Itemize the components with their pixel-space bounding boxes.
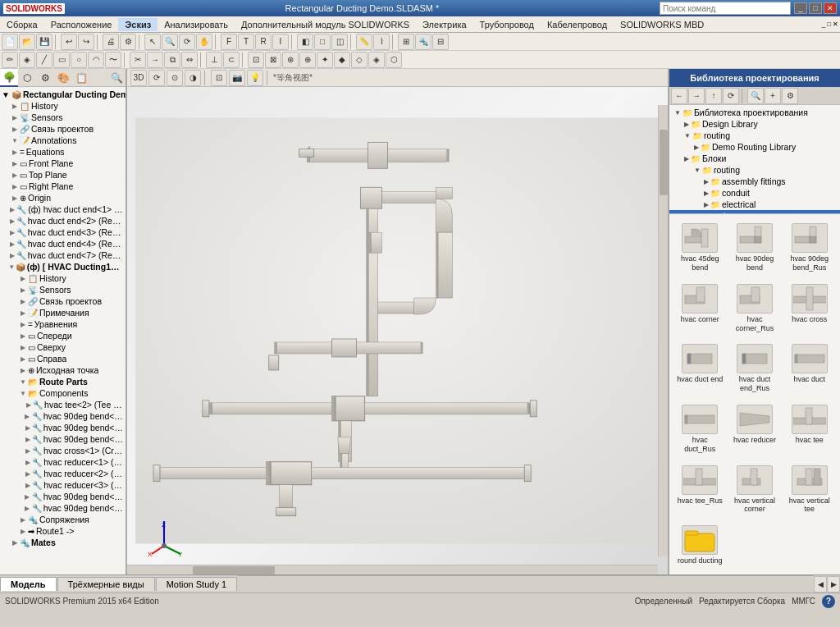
shaded-button[interactable]: ◧	[297, 34, 313, 50]
vertical-scrollbar[interactable]	[658, 105, 668, 556]
tree-item[interactable]: ▶🔗Связь проектов	[0, 295, 126, 307]
tree-item[interactable]: ▶📋History	[0, 100, 126, 112]
tree-item[interactable]: ▶=Уравнения	[0, 318, 126, 330]
tree-item[interactable]: ▶🔧(ф) hvac duct end<1> (Rectan	[0, 204, 126, 215]
view-top[interactable]: T	[238, 34, 254, 50]
tree-item[interactable]: ▶🔧hvac 90deg bend<2> (V	[0, 422, 126, 433]
circle-btn[interactable]: ○	[71, 52, 87, 68]
lib-search-btn[interactable]: 🔍	[747, 88, 764, 104]
tree-item[interactable]: ▶🔗Связь проектов	[0, 123, 126, 135]
tree-item[interactable]: ▶▭Спереди	[0, 330, 126, 341]
part-item[interactable]: hvac vertical corner	[729, 461, 781, 519]
feature-tree-tab[interactable]: 🌳	[0, 69, 18, 87]
tree-item[interactable]: ▶📡Sensors	[0, 112, 126, 123]
panel-min-button[interactable]: _	[822, 21, 825, 28]
part-item[interactable]: hvac vertical tee	[783, 461, 835, 519]
tree-item[interactable]: ▶🔧hvac duct end<4> (Rectangular	[0, 238, 126, 249]
t2[interactable]: ⊠	[265, 52, 281, 68]
tree-item[interactable]: ▶🔩Mates	[0, 537, 126, 548]
t1[interactable]: ⊡	[248, 52, 264, 68]
tree-item[interactable]: ▶🔧hvac reducer<2> (Redu	[0, 468, 126, 479]
part-item[interactable]: hvac cross	[783, 280, 835, 337]
appearance-tab[interactable]: 🎨	[54, 69, 72, 87]
tree-item[interactable]: ▶=Equations	[0, 146, 126, 158]
menu-eskiz[interactable]: Эскиз	[118, 18, 158, 31]
smart-dim[interactable]: ◈	[19, 52, 35, 68]
new-button[interactable]: 📄	[2, 34, 18, 50]
rtree-item[interactable]: ▶📁Блоки	[669, 153, 840, 164]
tree-item[interactable]: ▶🔧hvac reducer<3> (Redu	[0, 479, 126, 491]
t7[interactable]: ◇	[351, 52, 368, 68]
sketch-btn[interactable]: ✏	[2, 52, 18, 68]
part-item[interactable]: hvac duct	[783, 340, 835, 397]
tree-item[interactable]: ▶▭Top Plane	[0, 169, 126, 181]
options-button[interactable]: ⚙	[120, 34, 136, 50]
tree-item[interactable]: ▶⊕Исходная точка	[0, 364, 126, 376]
lib-up-btn[interactable]: ↑	[705, 88, 722, 104]
rtree-item[interactable]: ▶📁conduit	[669, 187, 840, 199]
tree-item[interactable]: ▼📂Route Parts	[0, 376, 126, 387]
save-button[interactable]: 💾	[36, 34, 52, 50]
part-item[interactable]: round ducting	[674, 521, 726, 570]
tree-item[interactable]: ▼📦(ф) [ HVAC Ducting1^Rectangu	[0, 261, 126, 272]
t8[interactable]: ◈	[368, 52, 385, 68]
lib-back-btn[interactable]: ←	[671, 88, 687, 104]
lib-options-btn[interactable]: ⚙	[782, 88, 798, 104]
part-item[interactable]: hvac 45deg bend	[674, 219, 726, 277]
tree-item[interactable]: ▶📝Примечания	[0, 307, 126, 318]
view-section-btn[interactable]: ⊡	[211, 70, 227, 86]
custom-tab[interactable]: 📋	[72, 69, 90, 87]
part-item[interactable]: hvac duct end	[674, 340, 726, 397]
tree-item[interactable]: ▶📡Sensors	[0, 284, 126, 295]
menu-raspolozhenie[interactable]: Расположение	[44, 18, 119, 31]
view-iso[interactable]: I	[272, 34, 289, 50]
view-3d-btn[interactable]: 3D	[130, 70, 147, 86]
print-button[interactable]: 🖨	[103, 34, 119, 50]
rotate-button[interactable]: ⟳	[179, 34, 195, 50]
help-icon[interactable]: ?	[822, 595, 835, 608]
part-item[interactable]: hvac duct_Rus	[674, 400, 726, 458]
t5[interactable]: ✦	[317, 52, 333, 68]
rtree-item[interactable]: ▶📁Design Library	[669, 118, 840, 130]
tree-item[interactable]: ▶🔧hvac 90deg bend<4> (H	[0, 491, 126, 502]
tree-item[interactable]: ▶⊕Origin	[0, 192, 126, 204]
view-rotate-btn[interactable]: ⟳	[148, 70, 165, 86]
rtree-item[interactable]: ▶📁electrical	[669, 199, 840, 210]
tab-model[interactable]: Модель	[0, 577, 57, 591]
redo-button[interactable]: ↪	[78, 34, 94, 50]
tree-item[interactable]: ▼📝Annotations	[0, 135, 126, 146]
mate-button[interactable]: 🔩	[415, 34, 431, 50]
viewport[interactable]: 3D ⟳ ⊙ ◑ ⊡ 📷 💡 *等角视图*	[127, 69, 668, 574]
tree-item[interactable]: ▶▭Сверху	[0, 341, 126, 353]
lib-add-btn[interactable]: +	[765, 88, 781, 104]
tree-item[interactable]: ▶🔧hvac 90deg bend<1> (H	[0, 410, 126, 422]
command-search-input[interactable]	[660, 2, 791, 15]
rtree-item[interactable]: ▶📁assembly fittings	[669, 176, 840, 187]
pattern-button[interactable]: ⊟	[432, 34, 449, 50]
part-item[interactable]: hvac duct end_Rus	[729, 340, 781, 397]
view-shade-btn[interactable]: ◑	[185, 70, 201, 86]
panel-restore-button[interactable]: □	[827, 21, 831, 28]
part-item[interactable]: hvac corner	[674, 280, 726, 337]
menu-truboprovod[interactable]: Трубопровод	[473, 18, 541, 31]
tree-item[interactable]: ▶▭Right Plane	[0, 181, 126, 192]
tree-item[interactable]: ▶🔧hvac tee<2> (Tee 1.5 x	[0, 399, 126, 410]
menu-sborka[interactable]: Сборка	[0, 18, 44, 31]
offset-btn[interactable]: ⧉	[164, 52, 180, 68]
part-item[interactable]: hvac reducer	[729, 400, 781, 458]
property-tab[interactable]: ⬡	[18, 69, 36, 87]
menu-electrika[interactable]: Электрика	[416, 18, 473, 31]
view-right[interactable]: R	[255, 34, 272, 50]
tree-item[interactable]: ▶▭Справа	[0, 353, 126, 364]
view-camera-btn[interactable]: 📷	[229, 70, 245, 86]
tree-item[interactable]: ▶🔧hvac duct end<2> (Rectangular	[0, 215, 126, 227]
config-tab[interactable]: ⚙	[36, 69, 54, 87]
zoom-button[interactable]: 🔍	[162, 34, 178, 50]
t9[interactable]: ⬡	[386, 52, 402, 68]
menu-dop-modul[interactable]: Дополнительный модуль SOLIDWORKS	[235, 18, 416, 31]
t3[interactable]: ⊛	[282, 52, 299, 68]
tree-item[interactable]: ▶🔧hvac 90deg bend<5> (H	[0, 502, 126, 514]
tree-item[interactable]: ▶📋History	[0, 272, 126, 284]
tab-3d-views[interactable]: Трёхмерные виды	[57, 577, 155, 591]
open-button[interactable]: 📂	[19, 34, 35, 50]
